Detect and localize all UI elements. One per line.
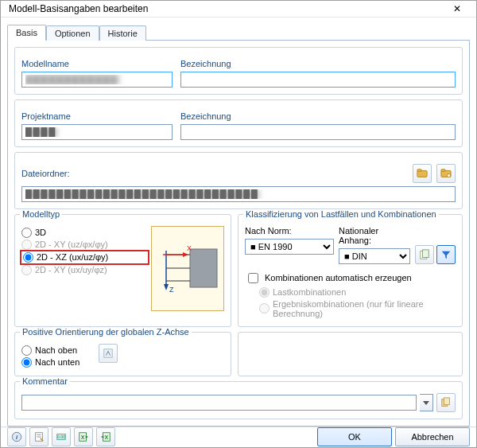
row-type-classification: Modelltyp 3D 2D - XY (uz/φx/φy) 2D - XZ … <box>14 214 463 327</box>
folder-button-1[interactable] <box>413 164 432 183</box>
comment-input[interactable] <box>21 395 417 411</box>
radio-3d[interactable]: 3D <box>21 228 148 238</box>
units-button[interactable]: 0.00 <box>52 427 71 446</box>
radio-2d-xz-label: 2D - XZ (ux/uz/φy) <box>37 252 108 262</box>
svg-marker-10 <box>164 284 169 290</box>
svg-marker-17 <box>442 251 451 259</box>
svg-rect-21 <box>444 398 449 405</box>
radio-3d-label: 3D <box>35 228 46 237</box>
radio-load-combinations: Lastkombinationen <box>259 287 456 298</box>
norm-select[interactable]: ■ EN 1990 <box>245 239 334 255</box>
radio-load-comb-label: Lastkombinationen <box>273 287 346 297</box>
radio-2d-xy-membrane: 2D - XY (ux/uy/φz) <box>21 265 148 275</box>
tab-row: Basis Optionen Historie <box>7 22 470 41</box>
close-button[interactable]: ✕ <box>441 1 473 17</box>
excel-export-button[interactable]: X <box>74 427 93 446</box>
svg-marker-13 <box>183 252 188 257</box>
radio-2d-xy-membrane-label: 2D - XY (ux/uy/φz) <box>35 265 107 275</box>
radio-z-up-label: Nach oben <box>35 345 77 355</box>
group-model-type: Modelltyp 3D 2D - XY (uz/φx/φy) 2D - XZ … <box>14 214 231 327</box>
button-bar: i 0.00 X X OK Abbrechen <box>1 427 476 447</box>
svg-point-4 <box>447 173 450 177</box>
label-model-name: Modellname <box>21 59 173 68</box>
folder-path-input <box>21 186 456 202</box>
dialog-window: Modell-Basisangaben bearbeiten ✕ Basis O… <box>0 0 477 448</box>
svg-text:X: X <box>105 434 109 440</box>
svg-text:Z: Z <box>169 286 174 294</box>
window-title: Modell-Basisangaben bearbeiten <box>9 3 441 14</box>
row-orientation: Positive Orientierung der globalen Z-Ach… <box>14 332 463 376</box>
svg-text:0.00: 0.00 <box>57 434 65 439</box>
caption-model-type: Modelltyp <box>20 209 62 219</box>
checkbox-auto-label: Kombinationen automatisch erzeugen <box>265 273 412 282</box>
model-name-input[interactable] <box>21 72 173 88</box>
cancel-button[interactable]: Abbrechen <box>395 427 470 446</box>
tab-optionen[interactable]: Optionen <box>46 25 99 41</box>
label-proj-desc: Bezeichnung <box>180 111 456 121</box>
label-norm: Nach Norm: <box>245 226 334 236</box>
tab-page-basis: Modellname Bezeichnung Projektname <box>7 41 470 427</box>
excel-import-button[interactable]: X <box>96 427 115 446</box>
svg-text:X: X <box>187 244 192 252</box>
tab-basis[interactable]: Basis <box>7 25 46 41</box>
label-proj-name: Projektname <box>21 111 173 121</box>
svg-rect-16 <box>422 250 429 258</box>
label-folder: Dateiordner: <box>21 169 70 178</box>
radio-z-down-label: Nach unten <box>35 357 80 367</box>
annex-settings-button[interactable] <box>415 245 434 264</box>
ok-button[interactable]: OK <box>317 427 392 446</box>
group-orientation: Positive Orientierung der globalen Z-Ach… <box>14 332 231 376</box>
radio-z-up[interactable]: Nach oben <box>21 345 80 356</box>
svg-text:X: X <box>81 434 85 440</box>
caption-orientation: Positive Orientierung der globalen Z-Ach… <box>20 327 192 337</box>
svg-rect-5 <box>190 249 217 287</box>
model-desc-input[interactable] <box>180 72 456 88</box>
title-bar: Modell-Basisangaben bearbeiten ✕ <box>1 1 476 18</box>
radio-2d-xz[interactable]: 2D - XZ (ux/uz/φy) <box>21 251 148 263</box>
group-project: Projektname Bezeichnung <box>14 99 463 147</box>
label-annex: Nationaler Anhang: <box>339 226 410 245</box>
svg-marker-31 <box>86 436 89 439</box>
radio-2d-xy-bending: 2D - XY (uz/φx/φy) <box>21 240 148 250</box>
tab-historie[interactable]: Historie <box>99 25 146 41</box>
caption-classification: Klassifizierung von Lastfällen und Kombi… <box>243 209 439 219</box>
radio-z-down[interactable]: Nach unten <box>21 357 80 368</box>
svg-rect-18 <box>104 349 113 357</box>
svg-rect-1 <box>417 169 421 171</box>
radio-result-comb-label: Ergebniskombinationen (nur für lineare B… <box>273 299 456 318</box>
notes-button[interactable] <box>29 427 48 446</box>
orientation-preview-button[interactable] <box>99 344 118 363</box>
svg-marker-34 <box>101 436 104 439</box>
caption-comment: Kommentar <box>20 376 70 386</box>
folder-button-2[interactable] <box>436 164 456 183</box>
group-comment: Kommentar <box>14 381 463 419</box>
label-model-desc: Bezeichnung <box>180 59 456 68</box>
help-button[interactable]: i <box>7 427 26 446</box>
radio-result-combinations: Ergebniskombinationen (nur für lineare B… <box>259 299 456 318</box>
svg-marker-19 <box>423 401 429 405</box>
dialog-body: Basis Optionen Historie Modellname Bezei… <box>1 18 476 427</box>
group-model: Modellname Bezeichnung <box>14 47 463 95</box>
checkbox-auto-combinations[interactable]: Kombinationen automatisch erzeugen <box>245 271 456 286</box>
comment-dropdown-arrow[interactable] <box>420 394 433 411</box>
svg-rect-3 <box>441 169 445 171</box>
radio-2d-xy-bending-label: 2D - XY (uz/φx/φy) <box>35 240 108 249</box>
comment-library-button[interactable] <box>436 393 456 412</box>
filter-button[interactable] <box>436 245 456 264</box>
group-empty-right <box>238 332 463 376</box>
group-classification: Klassifizierung von Lastfällen und Kombi… <box>238 214 463 327</box>
model-type-diagram: Z X <box>151 226 224 311</box>
project-desc-input <box>180 124 456 140</box>
group-folder: Dateiordner: <box>14 152 463 209</box>
project-name-input <box>21 124 173 140</box>
annex-select[interactable]: ■ DIN <box>339 248 410 264</box>
